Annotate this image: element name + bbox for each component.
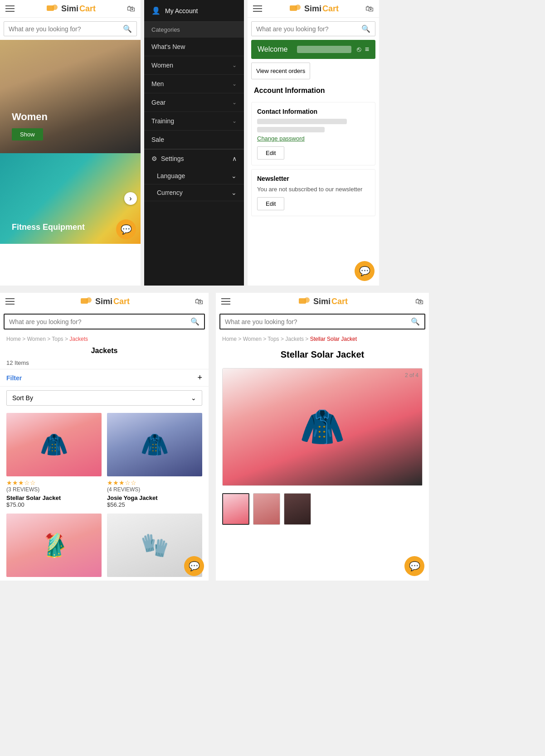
product-card-3[interactable]: 🥻 — [6, 514, 102, 577]
search-icon-tl[interactable]: 🔍 — [123, 24, 132, 33]
chevron-women: ⌄ — [232, 62, 237, 68]
search-bar-tl[interactable]: 🔍 — [4, 21, 137, 36]
menu-men[interactable]: Men ⌄ — [144, 75, 244, 93]
thumbnail-row — [216, 489, 429, 528]
products-grid: 🧥 ★★★☆☆ (3 REVIEWS) Stellar Solar Jacket… — [0, 409, 209, 581]
chat-button-tl[interactable]: 💬 — [116, 219, 136, 239]
sort-by-select[interactable]: Sort By ⌄ — [6, 390, 202, 406]
search-input-tr[interactable] — [256, 25, 361, 33]
search-bar-bl[interactable]: 🔍 — [4, 314, 205, 330]
image-counter: 2 of 4 — [405, 372, 418, 378]
logo-br: SimiCart — [298, 296, 348, 306]
view-orders-button[interactable]: View recent orders — [251, 63, 310, 79]
product-img-2: 🧥 — [107, 413, 202, 476]
search-icon-tr[interactable]: 🔍 — [361, 24, 370, 33]
chevron-currency: ⌄ — [231, 189, 237, 196]
contact-info-card: Contact Information Change password Edit — [251, 102, 375, 165]
chat-button-tr[interactable]: 💬 — [355, 261, 375, 281]
contact-email-blur — [257, 127, 325, 132]
menu-whats-new[interactable]: What's New — [144, 38, 244, 56]
newsletter-text: You are not subscribed to our newsletter — [257, 186, 370, 193]
svg-point-7 — [304, 297, 310, 303]
newsletter-title: Newsletter — [257, 175, 370, 182]
next-button-tl[interactable]: › — [124, 192, 137, 205]
welcome-icons: ⎋ ≡ — [357, 45, 369, 53]
contact-title: Contact Information — [257, 108, 370, 115]
product-card-2[interactable]: 🧥 ★★★☆☆ (4 REVIEWS) Josie Yoga Jacket $5… — [107, 413, 202, 508]
product-img-1: 🧥 — [6, 413, 102, 476]
search-input-br[interactable] — [225, 318, 411, 325]
hamburger-menu[interactable] — [5, 5, 15, 12]
newsletter-card: Newsletter You are not subscribed to our… — [251, 169, 375, 216]
product-name-2: Josie Yoga Jacket — [107, 494, 202, 501]
search-input-bl[interactable] — [9, 318, 190, 325]
cart-icon-tr[interactable]: 🛍 — [365, 4, 374, 14]
menu-gear[interactable]: Gear ⌄ — [144, 93, 244, 112]
menu-training[interactable]: Training ⌄ — [144, 112, 244, 131]
menu-sale[interactable]: Sale — [144, 131, 244, 149]
chevron-settings: ∧ — [232, 155, 237, 162]
person-icon: 👤 — [151, 6, 161, 15]
menu-settings[interactable]: ⚙ Settings ∧ — [144, 149, 244, 168]
search-icon-br[interactable]: 🔍 — [411, 317, 420, 326]
menu-currency[interactable]: Currency ⌄ — [144, 184, 244, 201]
product-card-1[interactable]: 🧥 ★★★☆☆ (3 REVIEWS) Stellar Solar Jacket… — [6, 413, 102, 508]
hamburger-bl[interactable] — [5, 298, 15, 305]
welcome-label: Welcome — [258, 45, 287, 53]
svg-point-1 — [52, 5, 58, 10]
chevron-gear: ⌄ — [232, 99, 237, 106]
user-name-blur — [297, 46, 351, 53]
fitness-label: Fitness Equipment — [6, 217, 90, 237]
search-input-tl[interactable] — [9, 25, 123, 33]
menu-language[interactable]: Language ⌄ — [144, 168, 244, 184]
cart-icon[interactable]: 🛍 — [127, 4, 135, 14]
product-price-1: $75.00 — [6, 501, 102, 508]
logo-cart: Cart — [79, 4, 96, 14]
filter-add-icon[interactable]: + — [197, 373, 202, 383]
reviews-2: (4 REVIEWS) — [107, 486, 202, 493]
contact-name-blur — [257, 119, 347, 124]
header-br: SimiCart 🛍 — [216, 293, 429, 310]
breadcrumb-br: Home > Women > Tops > Jackets > Stellar … — [216, 333, 429, 345]
search-bar-br[interactable]: 🔍 — [219, 314, 425, 330]
svg-point-5 — [86, 297, 92, 303]
newsletter-edit-button[interactable]: Edit — [257, 197, 284, 210]
reviews-1: (3 REVIEWS) — [6, 486, 102, 493]
cart-icon-bl[interactable]: 🛍 — [195, 297, 203, 306]
hamburger-tr[interactable] — [253, 5, 262, 12]
header-tr: SimiCart 🛍 — [248, 0, 379, 18]
search-icon-bl[interactable]: 🔍 — [190, 317, 200, 326]
stars-1: ★★★☆☆ — [6, 479, 102, 486]
settings-icon: ⚙ — [151, 155, 157, 162]
menu-women[interactable]: Women ⌄ — [144, 56, 244, 75]
logo-tr: SimiCart — [289, 4, 339, 14]
account-info-title: Account Information — [248, 83, 379, 98]
my-account-label: My Account — [165, 7, 198, 15]
thumbnail-2[interactable] — [253, 493, 280, 525]
page-title-bl: Jackets — [0, 345, 209, 357]
sort-chevron: ⌄ — [191, 394, 196, 402]
logo-simi: Simi — [61, 4, 78, 14]
chat-button-br[interactable]: 💬 — [404, 556, 424, 576]
items-count: 12 Items — [0, 357, 209, 369]
chat-button-bl[interactable]: 💬 — [184, 556, 204, 576]
filter-label[interactable]: Filter — [6, 374, 22, 382]
search-bar-tr[interactable]: 🔍 — [251, 21, 375, 36]
show-button[interactable]: Show — [12, 128, 43, 141]
hamburger-br[interactable] — [221, 298, 230, 305]
logout-icon[interactable]: ⎋ — [357, 45, 361, 53]
menu-icon-tr[interactable]: ≡ — [365, 45, 369, 53]
hero-women-banner: Women Show — [0, 40, 141, 153]
chevron-language: ⌄ — [231, 172, 237, 179]
menu-categories-label: Categories — [144, 22, 244, 38]
svg-point-3 — [295, 5, 301, 10]
thumbnail-3[interactable] — [284, 493, 311, 525]
contact-edit-button[interactable]: Edit — [257, 146, 284, 160]
cart-icon-br[interactable]: 🛍 — [415, 297, 423, 306]
change-password-link[interactable]: Change password — [257, 135, 370, 142]
menu-my-account[interactable]: 👤 My Account — [144, 0, 244, 22]
hero-women-label: Women — [6, 106, 53, 128]
breadcrumb-active: Jackets — [69, 336, 88, 342]
logo: SimiCart — [46, 4, 96, 14]
thumbnail-1[interactable] — [222, 493, 249, 525]
